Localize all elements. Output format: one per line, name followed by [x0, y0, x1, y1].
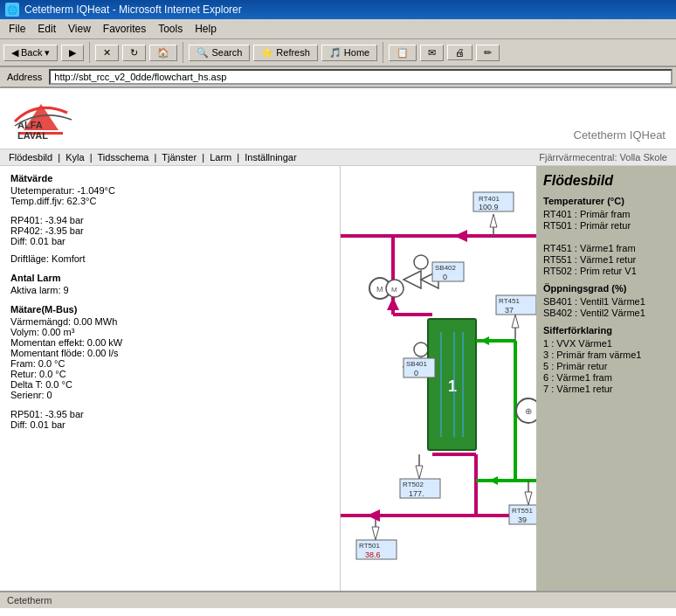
temp-spacer — [543, 232, 669, 242]
footer-text: Cetetherm — [7, 595, 52, 606]
svg-marker-47 — [416, 466, 423, 479]
nav-links: Flödesbild | Kyla | Tidsschema | Tjänste… — [9, 152, 297, 163]
temp-rt551: RT551 : Värme1 retur — [543, 254, 669, 265]
svg-marker-52 — [525, 492, 532, 505]
page-content: ALFA LAVAL Cetetherm IQHeat Flödesbild |… — [0, 88, 676, 608]
footer: Cetetherm — [0, 591, 676, 608]
rp501: RP501: -3.95 bar — [10, 409, 329, 419]
nav-kyla[interactable]: Kyla — [66, 152, 84, 163]
momentan-effekt: Momentan effekt: 0.00 kW — [10, 337, 329, 348]
nav-tjanster[interactable]: Tjänster — [162, 152, 197, 163]
right-panel-title: Flödesbild — [543, 173, 669, 189]
toolbar-separator — [89, 42, 90, 63]
svg-point-17 — [414, 343, 428, 356]
temp-title: Temperaturer (°C) — [543, 196, 669, 206]
nav-installningar[interactable]: Inställningar — [245, 152, 296, 163]
aktiva-larm: Aktiva larm: 9 — [10, 285, 329, 295]
toolbar-separator3 — [383, 42, 383, 63]
svg-text:RT501: RT501 — [359, 542, 380, 550]
logo-area: ALFA LAVAL Cetetherm IQHeat — [0, 88, 676, 149]
momentant-flode: Momentant flöde: 0.00 l/s — [10, 348, 329, 358]
fram: Fram: 0.0 °C — [10, 358, 329, 369]
nav-larm[interactable]: Larm — [210, 152, 231, 163]
retur: Retur: 0.0 °C — [10, 369, 329, 379]
diff2: Diff: 0.01 bar — [10, 419, 329, 430]
svg-marker-63 — [387, 297, 399, 310]
mail-button[interactable]: ✉ — [420, 45, 444, 61]
menu-view[interactable]: View — [63, 21, 96, 37]
volym: Volym: 0.00 m³ — [10, 327, 329, 337]
refresh-button[interactable]: ↻ — [122, 45, 146, 61]
svg-text:LAVAL: LAVAL — [17, 130, 48, 139]
nav-tidsschema[interactable]: Tidsschema — [98, 152, 149, 163]
toolbar: ◀ Back ▾ ▶ ✕ ↻ 🏠 🔍 Search ⭐ Refresh 🎵 Ho… — [0, 39, 676, 67]
history-button[interactable]: 📋 — [389, 45, 417, 61]
utetemperatur: Utetemperatur: -1.049°C — [10, 185, 329, 196]
menu-tools[interactable]: Tools — [153, 21, 188, 37]
opening-sb402: SB402 : Ventil2 Värme1 — [543, 308, 669, 318]
code-title: Sifferförklaring — [543, 325, 669, 336]
temp-rt501: RT501 : Primär retur — [543, 220, 669, 231]
flowchart-area: M M 1 — [341, 166, 536, 591]
nav-flodesbild[interactable]: Flödesbild — [9, 152, 52, 163]
code-3: 3 : Primär fram värme1 — [543, 350, 669, 360]
rp402: RP402: -3.95 bar — [10, 225, 329, 236]
antal-larm-section: Antal Larm Aktiva larm: 9 — [10, 273, 329, 295]
svg-text:0: 0 — [443, 273, 447, 281]
logo: ALFA LAVAL — [10, 95, 115, 142]
svg-text:⊕: ⊕ — [525, 406, 532, 416]
svg-marker-31 — [490, 214, 497, 227]
stop-button[interactable]: ✕ — [95, 45, 119, 61]
opening-sb401: SB401 : Ventil1 Värme1 — [543, 296, 669, 307]
svg-point-12 — [414, 255, 428, 269]
svg-text:39: 39 — [518, 516, 527, 524]
svg-marker-29 — [480, 336, 489, 345]
back-button[interactable]: ◀ Back ▾ — [3, 45, 58, 61]
matare-section: Mätare(M-Bus) Värmemängd: 0.00 MWh Volym… — [10, 304, 329, 400]
code-5: 5 : Primär retur — [543, 361, 669, 371]
driftlage: Driftläge: Komfort — [10, 253, 329, 264]
driftlage-section: Driftläge: Komfort — [10, 253, 329, 264]
varmemangd: Värmemängd: 0.00 MWh — [10, 316, 329, 327]
svg-text:M: M — [391, 286, 397, 294]
svg-text:ALFA: ALFA — [17, 120, 43, 130]
print-button[interactable]: 🖨 — [447, 45, 473, 60]
matvarde-title: Mätvärde — [10, 173, 329, 183]
code-1: 1 : VVX Värme1 — [543, 338, 669, 349]
temp-rt451: RT451 : Värme1 fram — [543, 243, 669, 253]
svg-text:100.9: 100.9 — [479, 203, 499, 211]
svg-marker-57 — [372, 527, 379, 540]
svg-text:RT451: RT451 — [499, 297, 520, 305]
menu-edit[interactable]: Edit — [32, 21, 61, 37]
home-button[interactable]: 🏠 — [149, 45, 177, 61]
svg-text:RT502: RT502 — [403, 481, 424, 488]
media-button[interactable]: 🎵 Home — [321, 45, 377, 61]
svg-text:SB402: SB402 — [435, 264, 457, 272]
svg-marker-62 — [454, 230, 467, 242]
svg-text:RT551: RT551 — [512, 507, 533, 515]
menu-help[interactable]: Help — [190, 21, 222, 37]
brand-name: Cetetherm IQHeat — [574, 128, 666, 142]
temp-diff: Temp.diff.fjv: 62.3°C — [10, 196, 329, 206]
address-label: Address — [3, 70, 45, 84]
antal-larm-title: Antal Larm — [10, 273, 329, 283]
nav-right: Fjärrvärmecentral: Volla Skole — [539, 152, 667, 163]
forward-button[interactable]: ▶ — [61, 45, 84, 61]
search-button[interactable]: 🔍 Search — [189, 45, 250, 61]
svg-marker-58 — [367, 509, 380, 522]
menu-bar: File Edit View Favorites Tools Help — [0, 19, 676, 39]
svg-text:38.6: 38.6 — [365, 550, 381, 559]
title-bar: 🌐 Cetetherm IQHeat - Microsoft Internet … — [0, 0, 676, 19]
nav-bar: Flödesbild | Kyla | Tidsschema | Tjänste… — [0, 149, 676, 166]
address-input[interactable] — [49, 69, 673, 85]
menu-file[interactable]: File — [3, 21, 31, 37]
svg-text:37: 37 — [505, 306, 514, 315]
edit-button[interactable]: ✏ — [476, 45, 500, 61]
alfa-laval-logo: ALFA LAVAL — [10, 95, 115, 139]
favorites-button[interactable]: ⭐ Refresh — [253, 45, 318, 61]
rp501-section: RP501: -3.95 bar Diff: 0.01 bar — [10, 409, 329, 430]
svg-marker-42 — [512, 315, 519, 328]
right-panel: Flödesbild Temperaturer (°C) RT401 : Pri… — [536, 166, 676, 591]
menu-favorites[interactable]: Favorites — [98, 21, 151, 37]
diff1: Diff: 0.01 bar — [10, 236, 329, 246]
